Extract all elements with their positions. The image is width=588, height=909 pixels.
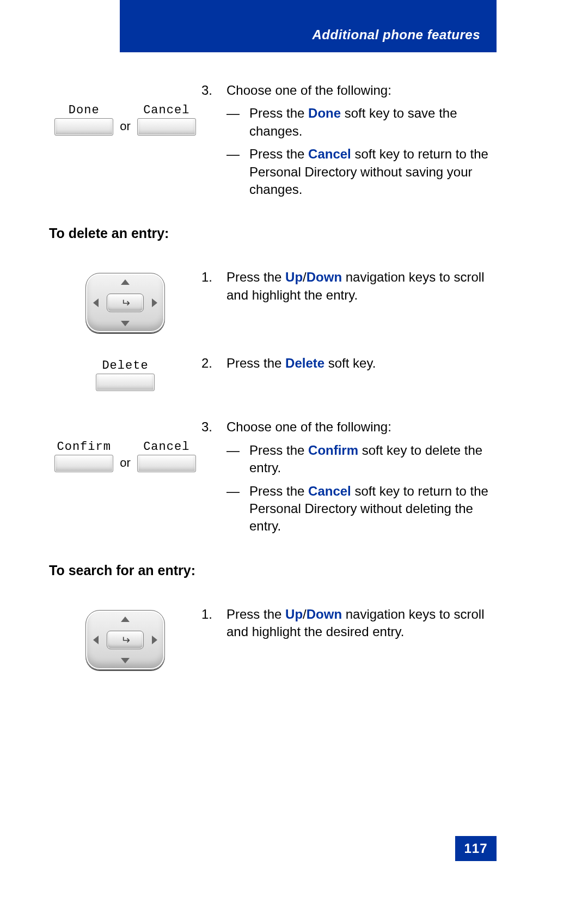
confirm-link: Confirm	[308, 443, 358, 457]
or-text: or	[120, 456, 131, 470]
step-body: Press the Up/Down navigation keys to scr…	[226, 269, 495, 304]
softkey-confirm-label: Confirm	[57, 440, 111, 454]
dash-icon: —	[226, 105, 249, 140]
step-body: Press the Delete soft key.	[226, 355, 495, 372]
delete-step-2: Delete 2. Press the Delete soft key.	[49, 355, 495, 391]
step-number: 1.	[201, 269, 226, 304]
step-text: 1. Press the Up/Down navigation keys to …	[201, 606, 495, 641]
up-arrow-icon	[121, 279, 130, 285]
step-option-a: Press the Done soft key to save the chan…	[249, 105, 495, 140]
cancel-link: Cancel	[308, 484, 351, 498]
step-lead: Choose one of the following:	[226, 418, 495, 436]
delete-step-3: Confirm or Cancel 3. Choose one of the f…	[49, 418, 495, 540]
search-step-1: ↵ 1. Press the Up/Down navigation keys t…	[49, 606, 495, 670]
softkey-confirm: Confirm	[54, 440, 113, 472]
softkey-done: Done	[54, 103, 113, 136]
softkey-delete-button	[96, 374, 155, 391]
softkey-confirm-button	[54, 455, 113, 472]
delete-step-1: ↵ 1. Press the Up/Down navigation keys t…	[49, 269, 495, 333]
down-arrow-icon	[121, 321, 130, 326]
header-title: Additional phone features	[312, 27, 480, 42]
softkey-pair: Confirm or Cancel	[54, 440, 196, 472]
dash-icon: —	[226, 442, 249, 477]
left-arrow-icon	[93, 636, 99, 644]
done-link: Done	[308, 106, 341, 120]
step-number: 3.	[201, 82, 226, 204]
delete-link: Delete	[285, 356, 324, 370]
softkey-delete: Delete	[96, 359, 155, 391]
left-arrow-icon	[93, 298, 99, 307]
down-link: Down	[307, 607, 342, 621]
softkey-cancel-label: Cancel	[143, 440, 189, 454]
step-3-done-cancel: Done or Cancel 3. Choose one of the foll…	[49, 82, 495, 204]
down-link: Down	[307, 270, 342, 284]
step-text: 3. Choose one of the following: — Press …	[201, 418, 495, 540]
header-bar: Additional phone features	[120, 0, 497, 52]
heading-delete-entry: To delete an entry:	[49, 225, 495, 241]
step-lead: Choose one of the following:	[226, 82, 495, 99]
softkey-cancel-button	[137, 455, 196, 472]
step-text: 1. Press the Up/Down navigation keys to …	[201, 269, 495, 304]
softkey-illustration: Done or Cancel	[49, 82, 201, 136]
navigation-pad-icon: ↵	[85, 610, 165, 670]
softkey-illustration: Confirm or Cancel	[49, 418, 201, 472]
up-arrow-icon	[121, 617, 130, 622]
softkey-done-label: Done	[69, 103, 100, 117]
step-number: 1.	[201, 606, 226, 641]
step-text: 2. Press the Delete soft key.	[201, 355, 495, 372]
step-text: 3. Choose one of the following: — Press …	[201, 82, 495, 204]
step-option-b: Press the Cancel soft key to return to t…	[249, 483, 495, 535]
right-arrow-icon	[152, 298, 157, 307]
dash-icon: —	[226, 483, 249, 535]
softkey-cancel-label: Cancel	[143, 103, 189, 117]
dash-icon: —	[226, 145, 249, 198]
softkey-cancel-button	[137, 118, 196, 136]
page-number: 117	[455, 836, 497, 861]
right-arrow-icon	[152, 636, 157, 644]
step-number: 2.	[201, 355, 226, 372]
softkey-cancel: Cancel	[137, 103, 196, 136]
up-link: Up	[285, 607, 303, 621]
enter-key-icon: ↵	[107, 294, 144, 312]
softkey-delete-label: Delete	[102, 359, 148, 373]
softkey-illustration: Delete	[49, 355, 201, 391]
navigation-pad-icon: ↵	[85, 273, 165, 333]
enter-key-icon: ↵	[107, 631, 144, 649]
navpad-illustration: ↵	[49, 269, 201, 333]
manual-page: Additional phone features Done or Cancel	[0, 0, 588, 909]
softkey-pair: Done or Cancel	[54, 103, 196, 136]
step-body: Press the Up/Down navigation keys to scr…	[226, 606, 495, 641]
step-number: 3.	[201, 418, 226, 540]
cancel-link: Cancel	[308, 147, 351, 161]
softkey-cancel: Cancel	[137, 440, 196, 472]
navpad-illustration: ↵	[49, 606, 201, 670]
down-arrow-icon	[121, 658, 130, 663]
heading-search-entry: To search for an entry:	[49, 563, 495, 578]
content-area: Done or Cancel 3. Choose one of the foll…	[49, 82, 495, 692]
up-link: Up	[285, 270, 303, 284]
or-text: or	[120, 119, 131, 133]
step-option-b: Press the Cancel soft key to return to t…	[249, 145, 495, 198]
softkey-done-button	[54, 118, 113, 136]
step-option-a: Press the Confirm soft key to delete the…	[249, 442, 495, 477]
